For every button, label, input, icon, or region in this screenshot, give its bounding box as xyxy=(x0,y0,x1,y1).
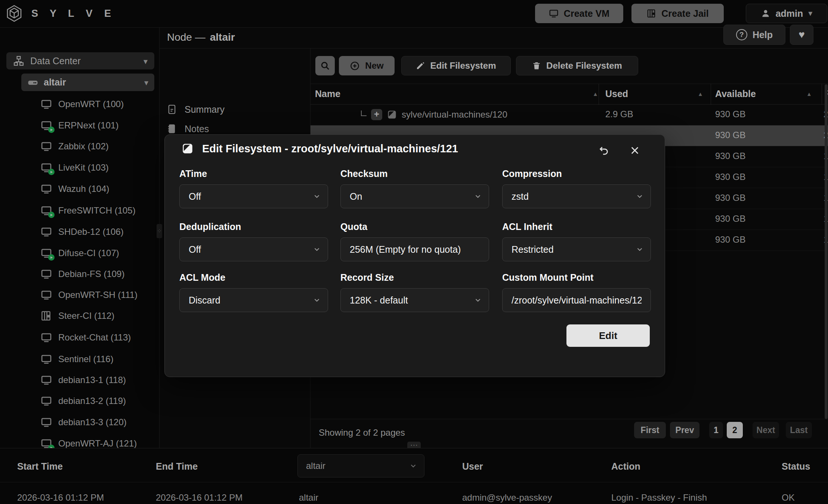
field-deduplication: Deduplication Off xyxy=(179,221,328,232)
submit-edit-button[interactable]: Edit xyxy=(566,324,650,347)
field-atime: ATime Off xyxy=(179,168,328,179)
deduplication-select[interactable]: Off xyxy=(179,237,328,261)
chevron-down-icon xyxy=(474,192,482,200)
select-value: Off xyxy=(189,191,201,202)
field-acl-inherit: ACL Inherit Restricted xyxy=(502,221,651,232)
edit-filesystem-modal: Edit Filesystem - zroot/sylve/virtual-ma… xyxy=(164,134,665,377)
modal-header: Edit Filesystem - zroot/sylve/virtual-ma… xyxy=(181,142,458,155)
field-label: Quota xyxy=(340,221,489,232)
acl-mode-select[interactable]: Discard xyxy=(179,288,328,312)
modal-title: Edit Filesystem - zroot/sylve/virtual-ma… xyxy=(202,143,458,155)
select-value: zstd xyxy=(512,191,529,202)
field-record-size: Record Size 128K - default xyxy=(340,272,489,283)
field-label: ATime xyxy=(179,168,328,179)
compression-select[interactable]: zstd xyxy=(502,184,651,208)
atime-select[interactable]: Off xyxy=(179,184,328,208)
chevron-down-icon xyxy=(313,296,321,304)
quota-input[interactable] xyxy=(340,237,489,261)
field-label: Compression xyxy=(502,168,651,179)
select-value: Discard xyxy=(189,295,220,306)
chevron-down-icon xyxy=(636,245,644,253)
record-size-select[interactable]: 128K - default xyxy=(340,288,489,312)
select-value: On xyxy=(350,191,362,202)
field-custom-mount-point: Custom Mount Point xyxy=(502,272,651,283)
close-icon[interactable] xyxy=(627,143,642,158)
field-label: Custom Mount Point xyxy=(502,272,651,283)
chevron-down-icon xyxy=(313,245,321,253)
select-value: Restricted xyxy=(512,244,554,255)
app-root: S Y L V E Create VM Create Jail admin xyxy=(0,0,828,504)
acl-inherit-select[interactable]: Restricted xyxy=(502,237,651,261)
dataset-icon xyxy=(181,142,194,155)
field-compression: Compression zstd xyxy=(502,168,651,179)
field-acl-mode: ACL Mode Discard xyxy=(179,272,328,283)
field-label: ACL Mode xyxy=(179,272,328,283)
field-checksum: Checksum On xyxy=(340,168,489,179)
mount-point-input[interactable] xyxy=(502,288,651,312)
reset-button[interactable] xyxy=(596,143,611,158)
select-value: Off xyxy=(189,244,201,255)
chevron-down-icon xyxy=(313,192,321,200)
chevron-down-icon xyxy=(474,296,482,304)
select-value: 128K - default xyxy=(350,295,408,306)
field-label: Record Size xyxy=(340,272,489,283)
chevron-down-icon xyxy=(636,192,644,200)
field-label: ACL Inherit xyxy=(502,221,651,232)
field-quota: Quota xyxy=(340,221,489,232)
field-label: Deduplication xyxy=(179,221,328,232)
checksum-select[interactable]: On xyxy=(340,184,489,208)
field-label: Checksum xyxy=(340,168,489,179)
